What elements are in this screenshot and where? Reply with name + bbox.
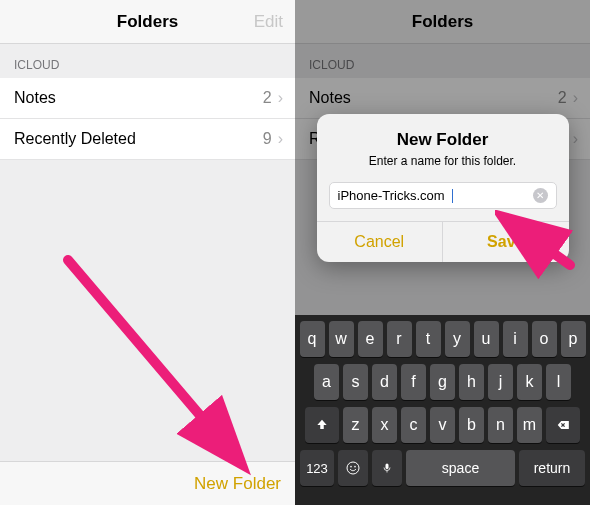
emoji-icon — [345, 460, 361, 476]
chevron-right-icon: › — [573, 131, 578, 147]
key-i[interactable]: i — [503, 321, 528, 357]
clear-text-icon[interactable]: ✕ — [533, 188, 548, 203]
key-o[interactable]: o — [532, 321, 557, 357]
nav-bar: Folders Edit — [0, 0, 295, 44]
svg-point-4 — [354, 466, 356, 468]
edit-button[interactable]: Edit — [254, 12, 283, 32]
screen-right: Folders ICLOUD Notes 2 › Recently Delete… — [295, 0, 590, 505]
emoji-key[interactable] — [338, 450, 368, 486]
key-b[interactable]: b — [459, 407, 484, 443]
key-m[interactable]: m — [517, 407, 542, 443]
return-key[interactable]: return — [519, 450, 585, 486]
folder-count: 2 — [263, 89, 272, 107]
toolbar: New Folder — [0, 461, 295, 505]
chevron-right-icon: › — [278, 131, 283, 147]
empty-area — [0, 160, 295, 461]
shift-key[interactable] — [305, 407, 339, 443]
backspace-key[interactable] — [546, 407, 580, 443]
shift-icon — [315, 418, 329, 432]
dictation-key[interactable] — [372, 450, 402, 486]
key-a[interactable]: a — [314, 364, 339, 400]
key-f[interactable]: f — [401, 364, 426, 400]
text-caret — [452, 189, 453, 203]
mic-icon — [381, 460, 393, 476]
key-g[interactable]: g — [430, 364, 455, 400]
key-l[interactable]: l — [546, 364, 571, 400]
key-d[interactable]: d — [372, 364, 397, 400]
folder-label: Notes — [309, 89, 351, 107]
svg-point-3 — [350, 466, 352, 468]
new-folder-dialog: New Folder Enter a name for this folder.… — [317, 114, 569, 262]
folder-row-notes[interactable]: Notes 2 › — [295, 78, 590, 119]
chevron-right-icon: › — [278, 90, 283, 106]
folder-name-value: iPhone-Tricks.com — [338, 188, 445, 203]
folder-row-notes[interactable]: Notes 2 › — [0, 78, 295, 119]
key-x[interactable]: x — [372, 407, 397, 443]
chevron-right-icon: › — [573, 90, 578, 106]
svg-point-2 — [347, 462, 359, 474]
folder-label: Notes — [14, 89, 56, 107]
key-z[interactable]: z — [343, 407, 368, 443]
key-c[interactable]: c — [401, 407, 426, 443]
key-y[interactable]: y — [445, 321, 470, 357]
folder-row-recently-deleted[interactable]: Recently Deleted 9 › — [0, 119, 295, 160]
section-header-icloud: ICLOUD — [295, 44, 590, 78]
key-r[interactable]: r — [387, 321, 412, 357]
folder-count: 9 — [263, 130, 272, 148]
key-q[interactable]: q — [300, 321, 325, 357]
space-key[interactable]: space — [406, 450, 515, 486]
screen-left: Folders Edit ICLOUD Notes 2 › Recently D… — [0, 0, 295, 505]
key-w[interactable]: w — [329, 321, 354, 357]
key-n[interactable]: n — [488, 407, 513, 443]
svg-rect-5 — [386, 464, 389, 470]
dialog-message: Enter a name for this folder. — [331, 154, 555, 168]
key-k[interactable]: k — [517, 364, 542, 400]
key-s[interactable]: s — [343, 364, 368, 400]
keyboard: qwertyuiop asdfghjkl zxcvbnm 123 space r… — [295, 315, 590, 505]
key-u[interactable]: u — [474, 321, 499, 357]
key-p[interactable]: p — [561, 321, 586, 357]
key-v[interactable]: v — [430, 407, 455, 443]
cancel-button[interactable]: Cancel — [317, 222, 443, 262]
key-t[interactable]: t — [416, 321, 441, 357]
save-button[interactable]: Save — [442, 222, 569, 262]
key-e[interactable]: e — [358, 321, 383, 357]
key-h[interactable]: h — [459, 364, 484, 400]
nav-bar: Folders — [295, 0, 590, 44]
page-title: Folders — [412, 12, 473, 32]
dialog-title: New Folder — [331, 130, 555, 150]
new-folder-button[interactable]: New Folder — [194, 474, 281, 494]
page-title: Folders — [117, 12, 178, 32]
folder-count: 2 — [558, 89, 567, 107]
folder-name-field-wrap[interactable]: iPhone-Tricks.com ✕ — [329, 182, 557, 209]
key-j[interactable]: j — [488, 364, 513, 400]
backspace-icon — [554, 418, 572, 432]
folder-label: Recently Deleted — [14, 130, 136, 148]
numbers-key[interactable]: 123 — [300, 450, 334, 486]
section-header-icloud: ICLOUD — [0, 44, 295, 78]
